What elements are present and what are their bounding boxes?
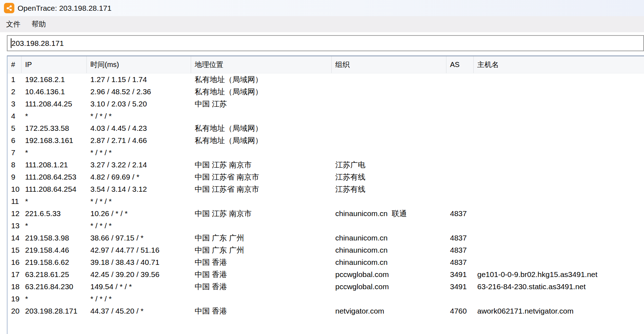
menu-item-file[interactable]: 文件: [6, 19, 20, 29]
column-header-host[interactable]: 主机名: [474, 56, 644, 73]
cell-as: 4837: [446, 234, 474, 242]
cell-ip: 219.158.6.62: [22, 258, 87, 267]
table-row[interactable]: 6192.168.3.1612.87 / 2.71 / 4.66私有地址（局域网…: [8, 134, 644, 147]
cell-org: 江苏广电: [332, 160, 446, 170]
cell-geo: 中国 江苏 南京市: [191, 160, 332, 170]
column-header-label-org: 组织: [335, 60, 350, 70]
column-header-org[interactable]: 组织: [332, 56, 446, 73]
cell-geo: 中国 香港: [191, 257, 332, 267]
menu-item-help[interactable]: 帮助: [32, 19, 46, 29]
cell-num: 9: [8, 173, 22, 181]
cell-org: chinaunicom.cn 联通: [332, 209, 446, 219]
cell-as: 3491: [446, 282, 474, 291]
cell-ip: 111.208.64.254: [22, 185, 87, 194]
cell-ip: *: [22, 197, 87, 206]
cell-ip: 192.168.2.1: [22, 75, 87, 84]
text-caret: [11, 38, 11, 48]
cell-ip: 219.158.4.46: [22, 246, 87, 254]
cell-time: * / * / *: [87, 148, 191, 157]
column-header-num[interactable]: #: [8, 56, 22, 73]
column-header-label-time: 时间(ms): [90, 60, 119, 70]
address-row: [0, 35, 644, 51]
cell-org: chinaunicom.cn: [332, 234, 446, 242]
cell-geo: 中国 广东 广州: [191, 233, 332, 243]
table-row[interactable]: 19** / * / *: [8, 293, 644, 305]
column-header-label-ip: IP: [25, 61, 32, 69]
table-row[interactable]: 14219.158.3.9838.66 / 97.15 / *中国 广东 广州c…: [8, 232, 644, 244]
cell-ip: 63.216.84.230: [22, 282, 87, 291]
cell-geo: 中国 香港: [191, 306, 332, 316]
table-row[interactable]: 3111.208.44.253.10 / 2.03 / 5.20中国 江苏: [8, 98, 644, 110]
cell-num: 17: [8, 270, 22, 279]
cell-time: 3.27 / 3.22 / 2.14: [87, 161, 191, 169]
cell-num: 14: [8, 234, 22, 242]
cell-geo: 私有地址（局域网）: [191, 87, 332, 97]
cell-time: 3.10 / 2.03 / 5.20: [87, 100, 191, 108]
cell-ip: 10.46.136.1: [22, 87, 87, 96]
column-header-as[interactable]: AS: [446, 56, 474, 73]
cell-geo: 中国 广东 广州: [191, 245, 332, 255]
table-row[interactable]: 12221.6.5.3310.26 / * / *中国 江苏 南京市chinau…: [8, 207, 644, 220]
cell-time: 39.18 / 38.43 / 40.71: [87, 258, 191, 267]
cell-geo: 中国 江苏 南京市: [191, 209, 332, 219]
app-window: OpenTrace: 203.198.28.171 文件 帮助 #IP时间(ms…: [0, 0, 644, 334]
cell-time: 42.45 / 39.20 / 39.56: [87, 270, 191, 279]
trace-table: #IP时间(ms)地理位置组织AS主机名 1192.168.2.11.27 / …: [7, 56, 644, 334]
table-row[interactable]: 5172.25.33.584.03 / 4.45 / 4.23私有地址（局域网）: [8, 122, 644, 134]
cell-org: pccwglobal.com: [332, 270, 446, 279]
table-row[interactable]: 1863.216.84.230149.54 / * / *中国 香港pccwgl…: [8, 281, 644, 293]
table-row[interactable]: 13** / * / *: [8, 220, 644, 232]
cell-time: 4.03 / 4.45 / 4.23: [87, 124, 191, 133]
table-row[interactable]: 11** / * / *: [8, 195, 644, 207]
table-row[interactable]: 20203.198.28.17144.37 / 45.20 / *中国 香港ne…: [8, 305, 644, 317]
cell-ip: 111.208.1.21: [22, 161, 87, 169]
cell-ip: 203.198.28.171: [22, 307, 87, 315]
column-header-label-as: AS: [450, 61, 460, 69]
cell-time: * / * / *: [87, 112, 191, 120]
cell-ip: *: [22, 221, 87, 230]
cell-geo: 中国 江苏省 南京市: [191, 184, 332, 194]
cell-num: 3: [8, 100, 22, 108]
cell-num: 16: [8, 258, 22, 267]
cell-time: * / * / *: [87, 197, 191, 206]
cell-num: 5: [8, 124, 22, 133]
cell-geo: 中国 香港: [191, 282, 332, 292]
cell-geo: 中国 香港: [191, 269, 332, 280]
table-body: 1192.168.2.11.27 / 1.15 / 1.74私有地址（局域网）2…: [8, 73, 644, 317]
table-row[interactable]: 210.46.136.12.96 / 48.52 / 2.36私有地址（局域网）: [8, 86, 644, 98]
target-input[interactable]: [8, 39, 643, 48]
cell-time: 42.97 / 44.77 / 51.16: [87, 246, 191, 254]
table-row[interactable]: 4** / * / *: [8, 110, 644, 122]
cell-time: 1.27 / 1.15 / 1.74: [87, 75, 191, 84]
cell-ip: 192.168.3.161: [22, 136, 87, 145]
cell-as: 4837: [446, 258, 474, 267]
table-row[interactable]: 9111.208.64.2534.82 / 69.69 / *中国 江苏省 南京…: [8, 171, 644, 183]
cell-ip: *: [22, 112, 87, 120]
cell-host: awork062171.netvigator.com: [474, 307, 644, 315]
table-row[interactable]: 1763.218.61.2542.45 / 39.20 / 39.56中国 香港…: [8, 268, 644, 281]
cell-time: * / * / *: [87, 295, 191, 303]
table-row[interactable]: 8111.208.1.213.27 / 3.22 / 2.14中国 江苏 南京市…: [8, 159, 644, 171]
table-row[interactable]: 10111.208.64.2543.54 / 3.14 / 3.12中国 江苏省…: [8, 183, 644, 195]
cell-num: 4: [8, 112, 22, 120]
column-header-time[interactable]: 时间(ms): [87, 56, 191, 73]
column-header-geo[interactable]: 地理位置: [191, 56, 332, 73]
cell-num: 19: [8, 295, 22, 303]
column-header-label-num: #: [11, 61, 15, 69]
cell-ip: 221.6.5.33: [22, 209, 87, 218]
table-row[interactable]: 16219.158.6.6239.18 / 38.43 / 40.71中国 香港…: [8, 256, 644, 268]
cell-ip: 172.25.33.58: [22, 124, 87, 133]
cell-time: 2.96 / 48.52 / 2.36: [87, 87, 191, 96]
cell-host: ge101-0-0-9.br02.hkg15.as3491.net: [474, 270, 644, 279]
table-row[interactable]: 1192.168.2.11.27 / 1.15 / 1.74私有地址（局域网）: [8, 73, 644, 86]
cell-org: chinaunicom.cn: [332, 258, 446, 267]
cell-time: 38.66 / 97.15 / *: [87, 234, 191, 242]
cell-as: 4760: [446, 307, 474, 315]
cell-num: 7: [8, 148, 22, 157]
cell-num: 8: [8, 161, 22, 169]
cell-ip: 63.218.61.25: [22, 270, 87, 279]
cell-time: * / * / *: [87, 221, 191, 230]
column-header-ip[interactable]: IP: [22, 56, 87, 73]
table-row[interactable]: 7** / * / *: [8, 147, 644, 159]
table-row[interactable]: 15219.158.4.4642.97 / 44.77 / 51.16中国 广东…: [8, 244, 644, 256]
